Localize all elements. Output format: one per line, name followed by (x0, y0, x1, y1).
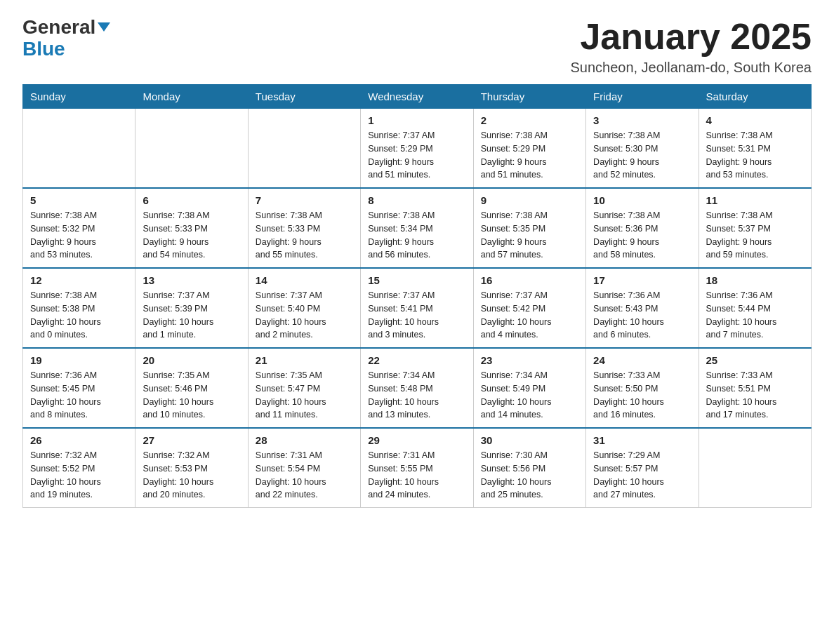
logo-blue-text: Blue (22, 39, 65, 60)
calendar-cell: 13Sunrise: 7:37 AMSunset: 5:39 PMDayligh… (135, 268, 248, 348)
day-number: 24 (593, 354, 691, 366)
day-info: Sunrise: 7:34 AMSunset: 5:49 PMDaylight:… (481, 369, 578, 422)
calendar-cell (135, 109, 248, 189)
page-title: January 2025 (570, 17, 812, 57)
day-number: 9 (481, 194, 578, 206)
calendar-cell (248, 109, 360, 189)
calendar-cell: 15Sunrise: 7:37 AMSunset: 5:41 PMDayligh… (361, 268, 473, 348)
day-number: 28 (256, 434, 353, 446)
header-wednesday: Wednesday (361, 85, 473, 109)
day-number: 4 (706, 114, 804, 126)
day-info: Sunrise: 7:31 AMSunset: 5:55 PMDaylight:… (368, 449, 465, 502)
day-number: 3 (593, 114, 691, 126)
day-number: 17 (593, 274, 691, 286)
day-info: Sunrise: 7:30 AMSunset: 5:56 PMDaylight:… (481, 449, 578, 502)
calendar-cell: 8Sunrise: 7:38 AMSunset: 5:34 PMDaylight… (361, 188, 473, 268)
calendar-cell: 4Sunrise: 7:38 AMSunset: 5:31 PMDaylight… (699, 109, 811, 189)
day-info: Sunrise: 7:32 AMSunset: 5:53 PMDaylight:… (143, 449, 240, 502)
day-number: 15 (368, 274, 465, 286)
day-info: Sunrise: 7:38 AMSunset: 5:29 PMDaylight:… (481, 129, 578, 182)
header-friday: Friday (586, 85, 699, 109)
calendar-week-3: 12Sunrise: 7:38 AMSunset: 5:38 PMDayligh… (23, 268, 812, 348)
day-info: Sunrise: 7:34 AMSunset: 5:48 PMDaylight:… (368, 369, 465, 422)
day-number: 2 (481, 114, 578, 126)
day-number: 31 (593, 434, 691, 446)
day-number: 8 (368, 194, 465, 206)
logo-text: General (22, 17, 110, 39)
calendar-cell: 28Sunrise: 7:31 AMSunset: 5:54 PMDayligh… (248, 428, 360, 508)
day-info: Sunrise: 7:38 AMSunset: 5:34 PMDaylight:… (368, 209, 465, 262)
calendar-table: SundayMondayTuesdayWednesdayThursdayFrid… (22, 84, 812, 508)
calendar-cell: 11Sunrise: 7:38 AMSunset: 5:37 PMDayligh… (699, 188, 811, 268)
calendar-week-2: 5Sunrise: 7:38 AMSunset: 5:32 PMDaylight… (23, 188, 812, 268)
day-info: Sunrise: 7:37 AMSunset: 5:42 PMDaylight:… (481, 289, 578, 342)
day-number: 14 (256, 274, 353, 286)
day-number: 30 (481, 434, 578, 446)
calendar-cell: 7Sunrise: 7:38 AMSunset: 5:33 PMDaylight… (248, 188, 360, 268)
day-number: 10 (593, 194, 691, 206)
calendar-cell (23, 109, 135, 189)
calendar-week-4: 19Sunrise: 7:36 AMSunset: 5:45 PMDayligh… (23, 348, 812, 428)
day-number: 22 (368, 354, 465, 366)
day-info: Sunrise: 7:38 AMSunset: 5:30 PMDaylight:… (593, 129, 691, 182)
calendar-cell (699, 428, 811, 508)
day-info: Sunrise: 7:38 AMSunset: 5:38 PMDaylight:… (30, 289, 128, 342)
calendar-cell: 10Sunrise: 7:38 AMSunset: 5:36 PMDayligh… (586, 188, 699, 268)
subtitle: Suncheon, Jeollanam-do, South Korea (570, 60, 812, 76)
day-info: Sunrise: 7:36 AMSunset: 5:43 PMDaylight:… (593, 289, 691, 342)
header-sunday: Sunday (23, 85, 135, 109)
day-info: Sunrise: 7:31 AMSunset: 5:54 PMDaylight:… (256, 449, 353, 502)
calendar-cell: 3Sunrise: 7:38 AMSunset: 5:30 PMDaylight… (586, 109, 699, 189)
day-info: Sunrise: 7:38 AMSunset: 5:33 PMDaylight:… (256, 209, 353, 262)
day-info: Sunrise: 7:38 AMSunset: 5:36 PMDaylight:… (593, 209, 691, 262)
day-info: Sunrise: 7:33 AMSunset: 5:50 PMDaylight:… (593, 369, 691, 422)
header-monday: Monday (135, 85, 248, 109)
calendar-header-row: SundayMondayTuesdayWednesdayThursdayFrid… (23, 85, 812, 109)
day-info: Sunrise: 7:35 AMSunset: 5:46 PMDaylight:… (143, 369, 240, 422)
day-number: 19 (30, 354, 128, 366)
calendar-week-5: 26Sunrise: 7:32 AMSunset: 5:52 PMDayligh… (23, 428, 812, 508)
calendar-cell: 23Sunrise: 7:34 AMSunset: 5:49 PMDayligh… (473, 348, 585, 428)
calendar-cell: 31Sunrise: 7:29 AMSunset: 5:57 PMDayligh… (586, 428, 699, 508)
calendar-cell: 18Sunrise: 7:36 AMSunset: 5:44 PMDayligh… (699, 268, 811, 348)
day-info: Sunrise: 7:38 AMSunset: 5:35 PMDaylight:… (481, 209, 578, 262)
day-info: Sunrise: 7:37 AMSunset: 5:41 PMDaylight:… (368, 289, 465, 342)
logo: General Blue (22, 17, 110, 60)
day-number: 26 (30, 434, 128, 446)
calendar-week-1: 1Sunrise: 7:37 AMSunset: 5:29 PMDaylight… (23, 109, 812, 189)
calendar-cell: 20Sunrise: 7:35 AMSunset: 5:46 PMDayligh… (135, 348, 248, 428)
page-header: General Blue January 2025 Suncheon, Jeol… (22, 17, 812, 76)
day-number: 23 (481, 354, 578, 366)
day-info: Sunrise: 7:38 AMSunset: 5:31 PMDaylight:… (706, 129, 804, 182)
calendar-cell: 22Sunrise: 7:34 AMSunset: 5:48 PMDayligh… (361, 348, 473, 428)
calendar-cell: 5Sunrise: 7:38 AMSunset: 5:32 PMDaylight… (23, 188, 135, 268)
calendar-cell: 27Sunrise: 7:32 AMSunset: 5:53 PMDayligh… (135, 428, 248, 508)
calendar-cell: 19Sunrise: 7:36 AMSunset: 5:45 PMDayligh… (23, 348, 135, 428)
calendar-cell: 30Sunrise: 7:30 AMSunset: 5:56 PMDayligh… (473, 428, 585, 508)
calendar-cell: 12Sunrise: 7:38 AMSunset: 5:38 PMDayligh… (23, 268, 135, 348)
day-number: 18 (706, 274, 804, 286)
calendar-cell: 21Sunrise: 7:35 AMSunset: 5:47 PMDayligh… (248, 348, 360, 428)
day-info: Sunrise: 7:38 AMSunset: 5:33 PMDaylight:… (143, 209, 240, 262)
calendar-cell: 14Sunrise: 7:37 AMSunset: 5:40 PMDayligh… (248, 268, 360, 348)
calendar-cell: 17Sunrise: 7:36 AMSunset: 5:43 PMDayligh… (586, 268, 699, 348)
day-info: Sunrise: 7:35 AMSunset: 5:47 PMDaylight:… (256, 369, 353, 422)
day-info: Sunrise: 7:38 AMSunset: 5:37 PMDaylight:… (706, 209, 804, 262)
day-number: 16 (481, 274, 578, 286)
calendar-cell: 25Sunrise: 7:33 AMSunset: 5:51 PMDayligh… (699, 348, 811, 428)
calendar-cell: 24Sunrise: 7:33 AMSunset: 5:50 PMDayligh… (586, 348, 699, 428)
day-number: 7 (256, 194, 353, 206)
header-saturday: Saturday (699, 85, 811, 109)
day-number: 13 (143, 274, 240, 286)
day-number: 5 (30, 194, 128, 206)
header-thursday: Thursday (473, 85, 585, 109)
day-info: Sunrise: 7:38 AMSunset: 5:32 PMDaylight:… (30, 209, 128, 262)
day-info: Sunrise: 7:36 AMSunset: 5:44 PMDaylight:… (706, 289, 804, 342)
day-info: Sunrise: 7:36 AMSunset: 5:45 PMDaylight:… (30, 369, 128, 422)
day-info: Sunrise: 7:32 AMSunset: 5:52 PMDaylight:… (30, 449, 128, 502)
header-tuesday: Tuesday (248, 85, 360, 109)
day-number: 27 (143, 434, 240, 446)
calendar-cell: 9Sunrise: 7:38 AMSunset: 5:35 PMDaylight… (473, 188, 585, 268)
day-number: 25 (706, 354, 804, 366)
day-info: Sunrise: 7:37 AMSunset: 5:29 PMDaylight:… (368, 129, 465, 182)
